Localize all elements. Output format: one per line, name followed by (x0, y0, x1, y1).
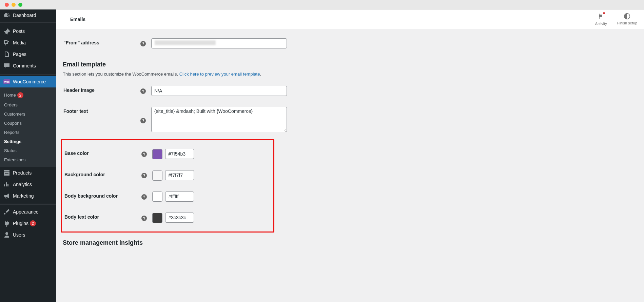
sidebar-item-marketing[interactable]: Marketing (0, 190, 56, 202)
user-icon (3, 231, 10, 238)
sidebar-label: Appearance (13, 209, 39, 215)
notification-dot (603, 12, 605, 14)
sidebar-item-posts[interactable]: Posts (0, 25, 56, 37)
template-description: This section lets you customize the WooC… (63, 72, 637, 77)
help-icon[interactable]: ? (141, 152, 147, 157)
close-window-dot[interactable] (5, 3, 9, 7)
from-address-input[interactable] (151, 38, 287, 48)
megaphone-icon (3, 193, 10, 199)
sidebar-label: Marketing (13, 193, 34, 199)
help-icon[interactable]: ? (141, 216, 147, 221)
sidebar-label: Posts (13, 28, 25, 34)
plug-icon (3, 220, 10, 227)
products-icon (3, 169, 10, 176)
body-bg-color-label: Body background color (64, 186, 137, 207)
sidebar-item-plugins[interactable]: Plugins 2 (0, 218, 56, 229)
sidebar-item-dashboard[interactable]: Dashboard (0, 9, 56, 21)
sidebar-sub-home[interactable]: Home2 (0, 90, 56, 100)
badge-count: 2 (30, 220, 36, 226)
pages-icon (3, 51, 10, 58)
header-image-label: Header image (63, 81, 136, 101)
maximize-window-dot[interactable] (18, 3, 22, 7)
help-icon[interactable]: ? (140, 41, 146, 46)
dashboard-icon (3, 12, 10, 19)
help-icon[interactable]: ? (141, 194, 147, 200)
sidebar-label: Comments (13, 63, 36, 68)
topbar-finish-setup[interactable]: Finish setup (617, 13, 637, 26)
body-text-color-swatch[interactable] (152, 213, 162, 223)
sidebar-item-comments[interactable]: Comments (0, 60, 56, 72)
progress-circle-icon (624, 13, 630, 20)
help-icon[interactable]: ? (140, 118, 146, 123)
help-icon[interactable]: ? (141, 173, 147, 178)
background-color-label: Background color (64, 165, 137, 186)
base-color-swatch[interactable] (152, 149, 162, 159)
background-color-swatch[interactable] (152, 170, 162, 181)
help-icon[interactable]: ? (140, 88, 146, 94)
sidebar-submenu-woocommerce: Home2 Orders Customers Coupons Reports S… (0, 87, 56, 167)
sidebar-label: Dashboard (13, 13, 36, 18)
sidebar-item-media[interactable]: Media (0, 37, 56, 48)
footer-text-input[interactable] (151, 107, 287, 132)
sidebar-separator (0, 203, 56, 205)
sidebar-sub-coupons[interactable]: Coupons (0, 119, 56, 128)
from-address-label: "From" address (63, 33, 136, 54)
header-image-input[interactable] (151, 86, 287, 96)
body-text-color-label: Body text color (64, 207, 137, 228)
sidebar-sub-status[interactable]: Status (0, 146, 56, 155)
sidebar-item-pages[interactable]: Pages (0, 48, 56, 60)
sidebar-sub-orders[interactable]: Orders (0, 100, 56, 109)
brush-icon (3, 208, 10, 215)
sidebar-item-appearance[interactable]: Appearance (0, 206, 56, 218)
sidebar-label: Analytics (13, 182, 32, 187)
sidebar-separator (0, 73, 56, 75)
email-template-heading: Email template (63, 61, 637, 68)
sidebar-item-users[interactable]: Users (0, 229, 56, 241)
topbar: Emails Activity Finish setup (56, 9, 644, 29)
sidebar-label: Users (13, 232, 25, 238)
sidebar-label: Pages (13, 52, 26, 57)
highlighted-color-section: Base color ? Background color ? Body bac… (61, 139, 274, 233)
body-bg-color-swatch[interactable] (152, 192, 162, 202)
body-bg-color-input[interactable] (165, 192, 194, 202)
sidebar-label: WooCommerce (13, 79, 46, 84)
sidebar-label: Plugins (13, 221, 28, 226)
page-title: Emails (70, 17, 85, 22)
base-color-label: Base color (64, 144, 137, 164)
sidebar-sub-customers[interactable]: Customers (0, 109, 56, 119)
footer-text-label: Footer text (63, 102, 136, 139)
base-color-input[interactable] (165, 149, 194, 159)
media-icon (3, 39, 10, 46)
body-text-color-input[interactable] (165, 213, 194, 223)
analytics-icon (3, 181, 10, 188)
admin-sidebar: Dashboard Posts Media Pages Comments Woo… (0, 9, 56, 302)
sidebar-item-woocommerce[interactable]: Woo WooCommerce (0, 76, 56, 87)
pin-icon (3, 28, 10, 35)
sidebar-label: Products (13, 170, 32, 176)
sidebar-separator (0, 22, 56, 24)
settings-content: "From" address ? Email template This sec… (56, 29, 644, 302)
sidebar-label: Media (13, 40, 26, 45)
background-color-input[interactable] (165, 170, 194, 180)
window-chrome (0, 0, 644, 9)
sidebar-item-products[interactable]: Products (0, 167, 56, 179)
sidebar-sub-extensions[interactable]: Extensions (0, 155, 56, 164)
sidebar-sub-settings[interactable]: Settings (0, 137, 56, 146)
preview-template-link[interactable]: Click here to preview your email templat… (179, 72, 260, 77)
store-insights-heading: Store management insights (63, 239, 637, 246)
topbar-activity[interactable]: Activity (595, 13, 607, 26)
minimize-window-dot[interactable] (12, 3, 16, 7)
woocommerce-icon: Woo (3, 78, 10, 85)
comments-icon (3, 62, 10, 69)
badge-count: 2 (17, 92, 23, 98)
sidebar-item-analytics[interactable]: Analytics (0, 179, 56, 190)
sidebar-sub-reports[interactable]: Reports (0, 128, 56, 137)
